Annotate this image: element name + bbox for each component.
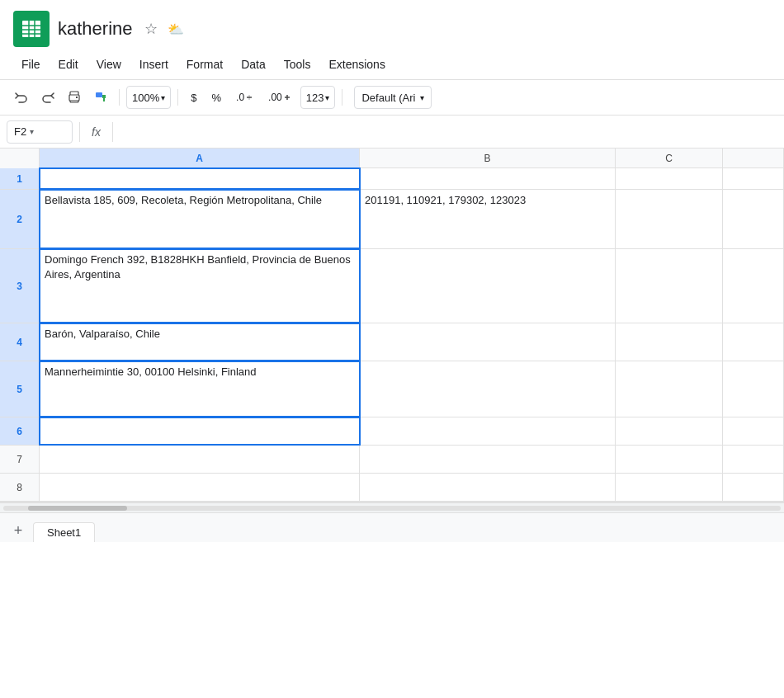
table-row: 3 Domingo French 392, B1828HKH Banfield,…	[0, 249, 784, 323]
menu-file[interactable]: File	[13, 54, 49, 74]
row-header-3[interactable]: 3	[0, 249, 40, 323]
decimal-right-button[interactable]: .00	[262, 86, 297, 109]
app-title: katherine	[58, 18, 133, 40]
star-icon[interactable]: ☆	[144, 20, 158, 38]
number-format-selector[interactable]: 123 ▾	[300, 86, 336, 109]
cell-a4[interactable]: Barón, Valparaíso, Chile	[40, 323, 360, 361]
cell-b8[interactable]	[360, 474, 616, 501]
cell-b3[interactable]	[360, 249, 616, 323]
cell-a8[interactable]	[40, 474, 360, 501]
percent-button[interactable]: %	[205, 86, 227, 109]
row-header-2[interactable]: 2	[0, 190, 40, 248]
sheet-tab-1[interactable]: Sheet1	[33, 522, 95, 542]
formula-divider-2	[112, 122, 113, 142]
cell-ref-arrow[interactable]: ▾	[30, 127, 34, 136]
svg-rect-1	[22, 21, 40, 37]
table-row: 7	[0, 446, 784, 474]
cell-a3[interactable]: Domingo French 392, B1828HKH Banfield, P…	[40, 249, 360, 323]
cell-reference-box[interactable]: F2 ▾	[7, 120, 73, 144]
table-row: 5 Mannerheimintie 30, 00100 Helsinki, Fi…	[0, 361, 784, 417]
row-header-8[interactable]: 8	[0, 474, 40, 501]
cell-b1[interactable]	[360, 168, 616, 189]
col-header-a[interactable]: A	[40, 149, 360, 167]
menu-extensions[interactable]: Extensions	[320, 54, 393, 74]
font-name-label: Default (Ari	[361, 92, 415, 104]
row-header-6[interactable]: 6	[0, 417, 40, 445]
menu-data[interactable]: Data	[233, 54, 274, 74]
undo-button[interactable]	[10, 86, 33, 109]
currency-button[interactable]: $	[185, 86, 202, 109]
menu-edit[interactable]: Edit	[50, 54, 87, 74]
toolbar: 100% ▾ $ % .0 .00 123 ▾ Default (Ari ▾	[0, 79, 784, 116]
cell-a1[interactable]	[40, 168, 360, 189]
menu-view[interactable]: View	[88, 54, 130, 74]
zoom-selector[interactable]: 100% ▾	[126, 86, 171, 109]
cell-c1[interactable]	[616, 168, 723, 189]
fx-label: fx	[87, 125, 106, 139]
number-format-label: 123	[306, 92, 324, 104]
paint-format-button[interactable]	[89, 86, 112, 109]
cell-c7[interactable]	[616, 446, 723, 473]
row-header-4[interactable]: 4	[0, 323, 40, 361]
table-row: 2 Bellavista 185, 609, Recoleta, Región …	[0, 190, 784, 249]
cell-c6[interactable]	[616, 417, 723, 445]
title-bar: katherine ☆ ⛅	[0, 0, 784, 50]
cell-b5[interactable]	[360, 361, 616, 417]
cell-c8[interactable]	[616, 474, 723, 501]
formula-input[interactable]	[120, 120, 777, 144]
col-header-d[interactable]	[723, 149, 784, 167]
menu-bar: File Edit View Insert Format Data Tools …	[0, 50, 784, 79]
row-header-7[interactable]: 7	[0, 446, 40, 473]
cell-c2[interactable]	[616, 190, 723, 248]
column-header-row: A B C	[0, 149, 784, 168]
add-sheet-button[interactable]: +	[7, 519, 30, 542]
cell-a7[interactable]	[40, 446, 360, 473]
table-row: 8	[0, 474, 784, 502]
menu-format[interactable]: Format	[178, 54, 231, 74]
table-row: 4 Barón, Valparaíso, Chile	[0, 323, 784, 361]
scrollbar-track	[3, 506, 781, 511]
cell-d7[interactable]	[723, 446, 784, 473]
scrollbar-thumb[interactable]	[28, 506, 127, 511]
formula-bar: F2 ▾ fx	[0, 116, 784, 149]
spreadsheet-grid: A B C 1 2 Bellavista 185, 609, Recoleta,…	[0, 149, 784, 542]
menu-insert[interactable]: Insert	[131, 54, 177, 74]
menu-tools[interactable]: Tools	[276, 54, 319, 74]
cell-d8[interactable]	[723, 474, 784, 501]
toolbar-divider-3	[342, 89, 342, 106]
cell-b2[interactable]: 201191, 110921, 179302, 123023	[360, 190, 616, 248]
zoom-value: 100%	[132, 92, 159, 104]
table-row: 6	[0, 417, 784, 446]
row-header-1[interactable]: 1	[0, 168, 40, 189]
cell-d6[interactable]	[723, 417, 784, 445]
cell-b4[interactable]	[360, 323, 616, 361]
col-header-c[interactable]: C	[616, 149, 723, 167]
cell-b7[interactable]	[360, 446, 616, 473]
cell-d1[interactable]	[723, 168, 784, 189]
cell-d3[interactable]	[723, 249, 784, 323]
cell-a6[interactable]	[40, 417, 360, 445]
print-button[interactable]	[63, 86, 86, 109]
col-header-b[interactable]: B	[360, 149, 616, 167]
decimal-left-button[interactable]: .0	[230, 86, 259, 109]
zoom-arrow: ▾	[161, 93, 165, 102]
cell-c4[interactable]	[616, 323, 723, 361]
table-row: 1	[0, 168, 784, 190]
cell-d2[interactable]	[723, 190, 784, 248]
svg-rect-10	[76, 97, 78, 98]
horizontal-scrollbar[interactable]	[0, 502, 784, 512]
font-selector[interactable]: Default (Ari ▾	[354, 86, 432, 109]
cell-c3[interactable]	[616, 249, 723, 323]
cloud-icon[interactable]: ⛅	[168, 21, 184, 37]
cell-c5[interactable]	[616, 361, 723, 417]
cell-d4[interactable]	[723, 323, 784, 361]
cell-a2[interactable]: Bellavista 185, 609, Recoleta, Región Me…	[40, 190, 360, 248]
cell-d5[interactable]	[723, 361, 784, 417]
redo-button[interactable]	[36, 86, 59, 109]
toolbar-divider-1	[119, 89, 120, 106]
decimal-right-label: .00	[268, 92, 282, 103]
decimal-left-label: .0	[236, 92, 244, 103]
cell-a5[interactable]: Mannerheimintie 30, 00100 Helsinki, Finl…	[40, 361, 360, 417]
row-header-5[interactable]: 5	[0, 361, 40, 417]
cell-b6[interactable]	[360, 417, 616, 445]
